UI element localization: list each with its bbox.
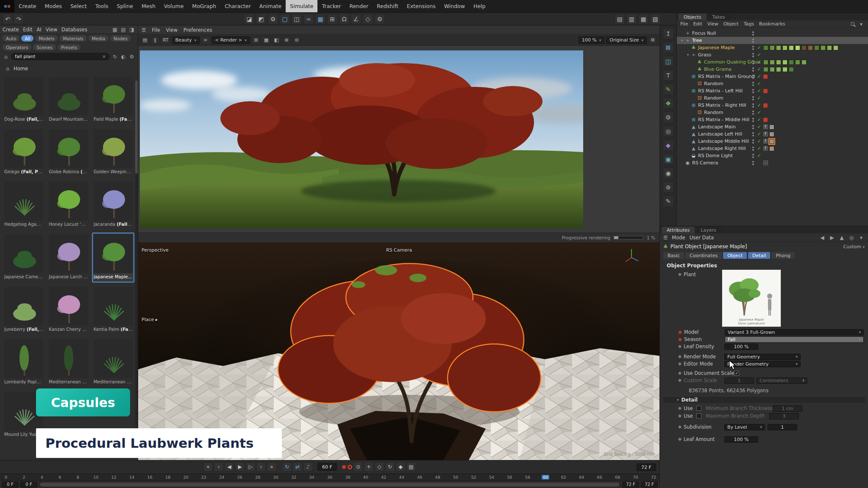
asset-item[interactable]: Hedgehog Agave (Fall, Plant)	[3, 180, 45, 230]
enabled-check-icon[interactable]: ✓	[756, 139, 762, 144]
layout-4-icon[interactable]: ▧	[650, 14, 660, 24]
axis-icon[interactable]: ↥	[663, 28, 674, 39]
render-visibility-dot[interactable]	[752, 106, 754, 108]
asset-item[interactable]: Dwarf Mountain Pine (Fall, Plant)	[47, 75, 89, 125]
object-row[interactable]: ♣Common Quaking Grass✓	[677, 58, 868, 66]
filter-icon[interactable]: ◐	[120, 54, 127, 60]
record-rotation-icon[interactable]: ↻	[385, 462, 395, 471]
enabled-check-icon[interactable]: ✓	[756, 117, 762, 122]
checker-icon[interactable]: ▦	[262, 36, 270, 44]
timeline-frame-58[interactable]: 58	[525, 475, 530, 480]
target-icon[interactable]: ⊚	[663, 182, 674, 193]
snapshot-icon[interactable]: ▤	[141, 36, 149, 44]
record-position-icon[interactable]: +	[364, 462, 373, 471]
menu-modes[interactable]: Modes	[41, 0, 67, 12]
gear-icon[interactable]: ⚙	[663, 112, 674, 123]
editor-visibility-dot[interactable]	[752, 39, 754, 40]
asset-menu-view[interactable]: View	[46, 27, 57, 33]
editor-visibility-dot[interactable]	[752, 89, 754, 91]
camera-icon[interactable]: ◉	[663, 168, 674, 179]
play-icon[interactable]: ▶	[235, 462, 245, 471]
model-dropdown[interactable]: Variant 3 Full-Grown▾	[725, 329, 864, 336]
timeline-frame-10[interactable]: 10	[93, 475, 98, 480]
editor-visibility-dot[interactable]	[752, 75, 754, 76]
simulate-icon[interactable]: ≈	[303, 14, 314, 24]
layout-3-icon[interactable]: ▦	[638, 14, 648, 24]
timeline-frame-2[interactable]: 2	[22, 475, 25, 480]
keyframe-dot[interactable]	[678, 273, 682, 276]
current-frame-field[interactable]: 60 F	[317, 463, 337, 471]
section-tab-object[interactable]: Object	[723, 252, 747, 259]
enabled-check-icon[interactable]: ✓	[756, 103, 762, 108]
om-menu-bookmarks[interactable]: Bookmarks	[759, 21, 785, 27]
om-menu-file[interactable]: File	[680, 21, 688, 27]
material-swatch[interactable]	[763, 45, 768, 50]
material-swatch[interactable]	[776, 45, 781, 50]
enabled-check-icon[interactable]: ✓	[756, 131, 762, 137]
plant-preview[interactable]: Japanese Maple (Acer palmatum)	[722, 269, 781, 327]
keyframe-dot[interactable]	[678, 362, 682, 366]
asset-item[interactable]: Kanzan Cherry (Fall, Plant)	[47, 285, 89, 335]
material-swatch[interactable]	[789, 45, 794, 50]
om-menu-edit[interactable]: Edit	[693, 21, 702, 27]
forward-icon[interactable]: ▶	[829, 235, 835, 241]
object-row[interactable]: ⊞RS Matrix - Main Ground✓	[677, 73, 868, 80]
range-start-field-0[interactable]: 0 F	[2, 482, 19, 488]
render-visibility-dot[interactable]	[752, 142, 754, 144]
timeline-frame-14[interactable]: 14	[129, 475, 134, 480]
breadcrumb[interactable]: ⌂ Home	[0, 64, 138, 73]
material-swatch[interactable]	[763, 67, 768, 72]
render-visibility-dot[interactable]	[752, 55, 754, 57]
keyframe-dot[interactable]	[678, 345, 682, 348]
keyframe-dot[interactable]	[678, 355, 682, 358]
material-swatch[interactable]	[782, 60, 787, 65]
render-view-menu-preferences[interactable]: Preferences	[184, 27, 212, 33]
material-swatch[interactable]	[814, 45, 819, 50]
timeline-frame-30[interactable]: 30	[273, 475, 278, 480]
refresh-icon[interactable]: ↻	[111, 54, 118, 60]
filter-operators[interactable]: Operators	[3, 44, 31, 50]
filter-media[interactable]: Media	[89, 35, 109, 42]
pingpong-icon[interactable]: ⇄	[293, 462, 302, 471]
beauty-pass-dropdown[interactable]: Beauty▾	[172, 36, 200, 44]
redshift-object-tag[interactable]	[763, 89, 768, 93]
list-view-icon[interactable]: ▤	[120, 27, 127, 33]
editor-visibility-dot[interactable]	[752, 46, 754, 47]
menu-extensions[interactable]: Extensions	[403, 0, 440, 12]
timeline-frame-50[interactable]: 50	[453, 475, 458, 480]
timeline-frame-16[interactable]: 16	[147, 475, 153, 480]
details-view-icon[interactable]: ◨	[128, 27, 135, 33]
menu-character[interactable]: Character	[220, 0, 255, 12]
menu-select[interactable]: Select	[66, 0, 91, 12]
render-visibility-dot[interactable]	[752, 41, 754, 43]
material-swatch[interactable]	[763, 60, 768, 65]
menu-volume[interactable]: Volume	[160, 0, 188, 12]
timeline-ruler[interactable]: 0246810121416182022242628303234363840424…	[0, 474, 659, 480]
material-swatch[interactable]	[770, 60, 775, 65]
enabled-check-icon[interactable]: ✓	[756, 146, 762, 151]
render-visibility-dot[interactable]	[752, 164, 754, 165]
visibility-dots[interactable]	[751, 39, 755, 43]
redshift-object-tag[interactable]	[763, 75, 768, 79]
material-swatch[interactable]	[776, 67, 781, 72]
visibility-dots[interactable]	[751, 75, 755, 79]
editor-visibility-dot[interactable]	[752, 31, 754, 33]
asset-item[interactable]: Honey Locust 'Sunburst' (Fall, Plant)	[47, 180, 89, 230]
expand-arrow-icon[interactable]: ▾	[679, 39, 684, 42]
record-scale-icon[interactable]: ◇	[375, 462, 384, 471]
asset-item[interactable]: Field Maple (Fall, Plant)	[92, 75, 134, 125]
timeline-frame-18[interactable]: 18	[165, 475, 170, 480]
material-swatch[interactable]	[770, 45, 775, 50]
render-select-dropdown[interactable]: < Render >▾	[211, 36, 250, 44]
goto-start-icon[interactable]: «	[203, 462, 213, 471]
settings-icon[interactable]: ⚙	[128, 54, 135, 60]
field-tag[interactable]: F	[763, 125, 768, 129]
camera-tag[interactable]: ⊡	[763, 161, 768, 165]
asset-item[interactable]: Kentia Palm (Fall, Plant)	[92, 285, 134, 335]
enabled-check-icon[interactable]: ✓	[756, 74, 762, 79]
render-settings-icon[interactable]: ⚙	[268, 14, 278, 24]
autokey-icon[interactable]	[348, 465, 352, 469]
grid-icon[interactable]: ⊞	[252, 36, 260, 44]
timeline-frame-12[interactable]: 12	[111, 475, 117, 480]
keyframe-dot[interactable]	[678, 407, 682, 410]
